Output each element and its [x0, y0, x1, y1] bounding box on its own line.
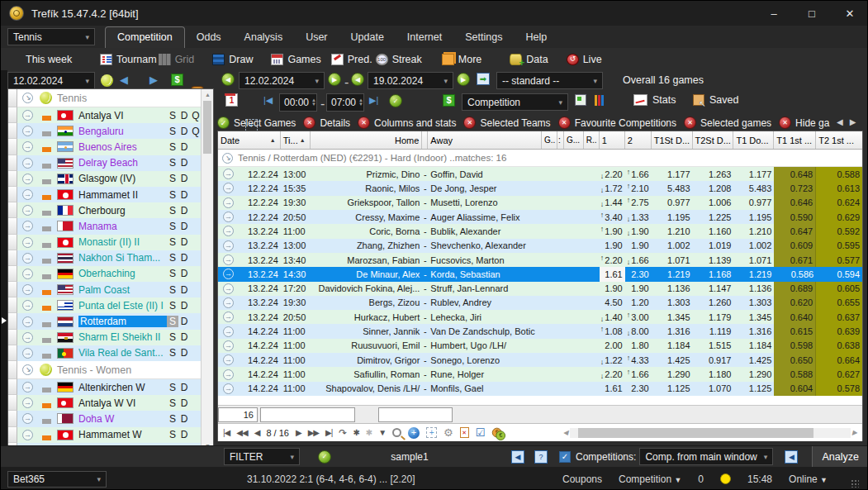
fast-next-icon[interactable]: ▶▶ [308, 428, 319, 437]
competition-name[interactable]: Bengaluru [78, 126, 167, 137]
last-page-icon[interactable]: ▶| [325, 428, 332, 437]
filter-chip[interactable]: Hide ga [779, 117, 829, 129]
col-header-t2-1st[interactable]: T2 1st ... [816, 131, 862, 149]
competition-row[interactable]: Hammamet W S D [8, 427, 202, 443]
checkbox-icon[interactable]: ☑ [476, 426, 486, 439]
open-game-icon[interactable] [223, 283, 234, 294]
singles-link[interactable]: S [167, 141, 178, 153]
doubles-link[interactable]: D [178, 157, 190, 169]
date-from-prev-button[interactable]: ◀ [221, 73, 235, 86]
competition-row[interactable]: Delray Beach S D [8, 155, 202, 171]
col-header-t1st[interactable]: T1St D... [652, 131, 693, 149]
competition-row[interactable]: Palm Coast S D [8, 282, 202, 297]
row-selector-cell[interactable] [8, 107, 17, 123]
help-icon[interactable]: ? [534, 450, 548, 464]
doubles-link[interactable]: D [178, 268, 190, 279]
menu-tab-odds[interactable]: Odds [185, 26, 233, 48]
menu-tab-settings[interactable]: Settings [453, 26, 514, 48]
doubles-link[interactable]: D [178, 141, 190, 153]
competition-row[interactable]: Glasgow (IV) S D [8, 171, 202, 187]
time-skip-start-icon[interactable]: |◀ [263, 96, 273, 105]
competition-row[interactable]: Bengaluru S D Q [8, 123, 202, 139]
row-selector-cell[interactable] [8, 330, 17, 345]
doubles-link[interactable]: D [178, 221, 190, 232]
live-button[interactable]: Live [567, 54, 602, 65]
filter-chip[interactable]: Favourite Competitions [558, 117, 676, 129]
sidebar-group-header[interactable]: Tennis - Women [8, 361, 202, 379]
menu-tab-help[interactable]: Help [514, 26, 558, 48]
competition-row[interactable]: Antalya VI S D Q [8, 107, 202, 123]
open-competition-icon[interactable] [22, 141, 33, 152]
collapse-group-icon[interactable] [222, 153, 233, 164]
open-competition-icon[interactable] [22, 348, 33, 359]
game-row[interactable]: 12.2.24 15:35 Raonic, Milos - De Jong, J… [218, 181, 862, 195]
open-game-icon[interactable] [223, 255, 234, 265]
saved-button[interactable]: Saved [693, 94, 738, 106]
sidebar-group-header[interactable]: Tennis [8, 89, 202, 107]
qualification-link[interactable]: Q [190, 126, 202, 137]
menu-tab-analysis[interactable]: Analysis [233, 26, 295, 48]
add-icon[interactable]: + [408, 427, 420, 439]
scroll-left-icon[interactable]: ◀ [563, 429, 568, 436]
this-week-label[interactable]: This week [26, 54, 85, 65]
singles-link[interactable]: S [167, 126, 178, 137]
scroll-right-icon[interactable]: ▶ [852, 429, 857, 436]
competition-name[interactable]: Hammamet II [78, 189, 167, 201]
col-header-home[interactable]: Home [311, 131, 423, 149]
tennis-ball-button[interactable] [101, 74, 113, 87]
stats-button[interactable]: Stats [633, 94, 676, 106]
chip-state-icon[interactable] [303, 117, 315, 129]
row-selector-cell[interactable] [8, 187, 17, 202]
coupons-link[interactable]: Coupons [562, 473, 602, 485]
chip-state-icon[interactable] [463, 117, 476, 129]
col-header-colon[interactable]: : [557, 131, 564, 149]
open-game-icon[interactable] [223, 383, 234, 394]
doubles-link[interactable]: D [178, 126, 190, 137]
competition-name[interactable]: Cherbourg [78, 205, 167, 216]
competition-name[interactable]: Manama [78, 221, 167, 232]
singles-link[interactable]: S [167, 429, 178, 440]
bar-chart-icon[interactable] [594, 95, 605, 106]
row-selector-cell[interactable] [8, 361, 17, 379]
next-page-icon[interactable]: ▶ [296, 428, 301, 437]
open-game-icon[interactable] [223, 297, 234, 308]
competition-row[interactable]: Nakhon Si Tham... S D [8, 250, 202, 266]
open-competition-icon[interactable] [22, 189, 33, 200]
search-icon[interactable] [392, 428, 401, 437]
apply-competitions-icon[interactable]: ◀ [785, 450, 798, 464]
scroll-left-icon[interactable]: ◀ [837, 117, 843, 126]
competition-row[interactable]: Hammamet II S D [8, 187, 202, 202]
doubles-link[interactable]: D [178, 300, 190, 312]
col-header-r[interactable]: R.. [584, 131, 600, 149]
row-selector-cell[interactable] [8, 235, 17, 250]
doubles-link[interactable]: D [178, 382, 190, 393]
singles-link[interactable]: S [167, 397, 178, 409]
singles-link[interactable]: S [167, 284, 178, 296]
row-selector-cell[interactable] [8, 202, 17, 218]
money-button[interactable]: $ [171, 74, 183, 86]
row-selector-cell[interactable] [8, 250, 17, 266]
open-competition-icon[interactable] [22, 205, 33, 216]
analyze-button[interactable]: Analyze [812, 446, 868, 468]
competition-name[interactable]: Palm Coast [78, 284, 167, 296]
prev-page-icon[interactable]: ◀ [254, 428, 260, 437]
open-game-icon[interactable] [223, 240, 234, 251]
first-page-icon[interactable]: |◀ [223, 428, 230, 437]
doubles-link[interactable]: D [178, 347, 190, 359]
filter-chip[interactable]: Columns and stats [358, 117, 456, 129]
open-game-icon[interactable] [223, 340, 234, 351]
chip-state-icon[interactable] [684, 117, 696, 129]
competition-name[interactable]: Antalya W VI [78, 397, 167, 409]
game-row[interactable]: 12.2.24 20:50 Cressy, Maxime - Auger Ali… [218, 210, 862, 224]
new-record-icon[interactable]: ✱ [353, 428, 358, 437]
filter-chip[interactable]: Selected games [684, 117, 771, 129]
competition-name[interactable]: Antalya VI [78, 110, 167, 121]
doubles-link[interactable]: D [178, 331, 190, 343]
chip-state-icon[interactable] [358, 117, 370, 129]
game-row[interactable]: 14.2.24 11:00 Dimitrov, Grigor - Sonego,… [218, 353, 862, 367]
competition-name[interactable]: Punta del Este (II) I [78, 300, 167, 312]
competition-row[interactable]: Monastir (II) II S D [8, 235, 202, 250]
date-to-next-button[interactable]: ▶ [457, 73, 470, 86]
open-game-icon[interactable] [223, 369, 234, 380]
apply-time-button[interactable]: ✓ [389, 94, 402, 107]
